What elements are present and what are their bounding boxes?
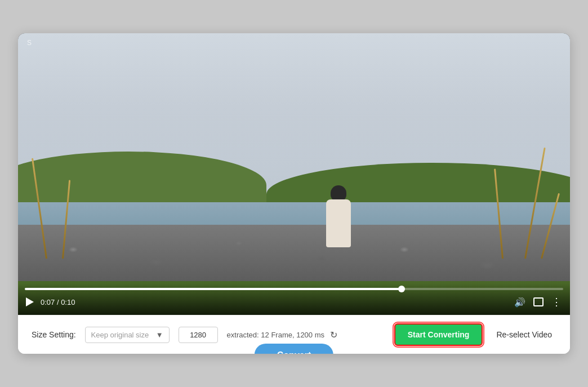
start-converting-button[interactable]: Start Converting <box>394 323 483 346</box>
hill-left <box>18 152 266 208</box>
progress-fill <box>25 288 402 290</box>
svg-rect-0 <box>534 298 543 306</box>
person-head <box>331 185 346 201</box>
progress-bar[interactable] <box>25 288 563 290</box>
volume-icon: 🔊 <box>514 297 525 308</box>
size-setting-label: Size Setting: <box>32 330 76 339</box>
more-icon: ⋮ <box>551 296 562 308</box>
chevron-down-icon: ▼ <box>156 331 163 339</box>
more-button[interactable]: ⋮ <box>550 295 563 309</box>
video-controls: 0:07 / 0:10 🔊 ⋮ <box>18 283 570 315</box>
person-figure <box>322 180 355 247</box>
person-body <box>326 199 351 247</box>
rocks-layer <box>18 225 570 287</box>
video-background <box>18 33 570 315</box>
main-card: S 0:07 / 0:10 🔊 <box>18 33 570 354</box>
extracted-text: extracted: 12 Frame, 1200 ms <box>227 331 324 339</box>
controls-row: 0:07 / 0:10 🔊 ⋮ <box>25 295 563 309</box>
refresh-button[interactable]: ↻ <box>329 328 338 341</box>
fullscreen-icon <box>533 297 544 306</box>
hill-right <box>266 163 570 208</box>
size-select-dropdown[interactable]: Keep original size ▼ <box>85 327 170 343</box>
convert-button[interactable]: Convert <box>255 344 333 354</box>
size-select-value: Keep original size <box>91 331 149 339</box>
fullscreen-button[interactable] <box>532 296 545 308</box>
play-button[interactable] <box>25 296 35 308</box>
volume-button[interactable]: 🔊 <box>513 296 527 309</box>
hills-layer <box>18 152 570 208</box>
video-container: S 0:07 / 0:10 🔊 <box>18 33 570 315</box>
reselect-video-button[interactable]: Re-select Video <box>492 324 556 345</box>
time-display: 0:07 / 0:10 <box>41 298 75 306</box>
s-label: S <box>27 39 32 47</box>
play-icon <box>26 297 34 306</box>
size-width-input[interactable] <box>179 327 218 343</box>
progress-thumb <box>398 286 405 292</box>
bottom-wrapper: Size Setting: Keep original size ▼ extra… <box>18 315 570 354</box>
extracted-info: extracted: 12 Frame, 1200 ms ↻ <box>227 328 385 341</box>
